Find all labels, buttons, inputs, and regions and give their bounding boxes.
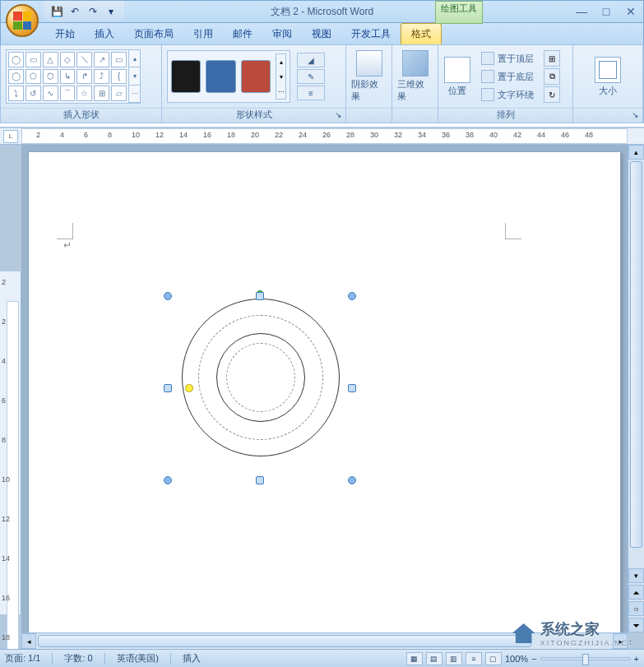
language-indicator[interactable]: 英语(美国) (117, 652, 159, 665)
style-swatch[interactable] (241, 60, 271, 93)
close-button[interactable]: ✕ (623, 5, 638, 18)
shape-dash-button[interactable]: ≡ (297, 86, 325, 100)
undo-button[interactable]: ↶ (67, 3, 83, 20)
send-to-back-button[interactable]: 置于底层 (481, 68, 534, 85)
page-indicator[interactable]: 页面: 1/1 (5, 652, 40, 665)
position-button[interactable]: 位置 (442, 49, 473, 104)
scroll-thumb[interactable] (38, 635, 531, 647)
minimize-button[interactable]: — (574, 5, 589, 18)
text-wrap-button[interactable]: 文字环绕 (481, 86, 534, 103)
resize-handle[interactable] (348, 384, 356, 392)
tab-mail[interactable]: 邮件 (223, 24, 262, 44)
group-button[interactable]: ⧉ (544, 68, 560, 85)
shape-item[interactable]: ⌒ (60, 86, 76, 101)
view-outline-button[interactable]: ≡ (466, 652, 482, 665)
scroll-more-icon[interactable]: ⋯ (129, 86, 140, 103)
maximize-button[interactable]: □ (599, 5, 614, 18)
word-count[interactable]: 字数: 0 (64, 652, 92, 665)
tab-start[interactable]: 开始 (45, 24, 85, 44)
tab-insert[interactable]: 插入 (85, 24, 124, 44)
shape-item[interactable]: ＼ (76, 52, 92, 67)
shadow-effects-button[interactable]: 阴影效果 (351, 49, 387, 104)
tab-format[interactable]: 格式 (401, 23, 442, 44)
shape-item[interactable]: ▭ (111, 52, 127, 67)
save-button[interactable]: 💾 (49, 3, 65, 20)
scroll-more-icon[interactable]: ⋯ (276, 84, 285, 99)
tab-review[interactable]: 审阅 (262, 24, 302, 44)
zoom-level[interactable]: 100% (505, 654, 528, 664)
view-print-layout-button[interactable]: ▦ (406, 652, 423, 665)
size-button[interactable]: 大小 (591, 49, 624, 104)
tab-view[interactable]: 视图 (302, 24, 341, 44)
insert-mode[interactable]: 插入 (183, 652, 201, 665)
view-web-button[interactable]: ▥ (446, 652, 462, 665)
bring-to-front-button[interactable]: 置于顶层 (481, 50, 534, 67)
shape-item[interactable]: { (111, 69, 127, 85)
shape-item[interactable]: ☆ (76, 86, 92, 101)
shape-item[interactable]: ◯ (8, 69, 24, 85)
shape-outline-button[interactable]: ✎ (297, 69, 325, 84)
tab-ref[interactable]: 引用 (183, 24, 223, 44)
shape-item[interactable]: △ (43, 52, 58, 67)
scroll-thumb[interactable] (630, 161, 642, 548)
zoom-slider[interactable] (540, 657, 631, 660)
selected-shape[interactable] (169, 297, 351, 479)
view-draft-button[interactable]: ▢ (485, 652, 502, 665)
document-viewport[interactable]: ↵ (21, 145, 628, 632)
resize-handle[interactable] (256, 292, 264, 300)
align-button[interactable]: ⊞ (544, 50, 560, 67)
shape-item[interactable]: ∿ (43, 86, 58, 101)
shape-item[interactable]: ▭ (25, 52, 41, 67)
shape-item[interactable]: ↳ (60, 69, 76, 85)
resize-handle[interactable] (164, 476, 172, 484)
style-swatch[interactable] (171, 60, 201, 93)
resize-handle[interactable] (164, 384, 172, 392)
office-button[interactable] (6, 4, 39, 37)
scroll-down-icon[interactable]: ▾ (129, 67, 140, 85)
threed-effects-button[interactable]: 三维效果 (397, 49, 433, 104)
redo-button[interactable]: ↷ (85, 3, 101, 20)
zoom-slider-thumb[interactable] (582, 654, 589, 665)
shape-item[interactable]: ⬠ (25, 69, 41, 85)
dialog-launcher-icon[interactable]: ↘ (333, 110, 343, 120)
shape-item[interactable]: ↱ (76, 69, 92, 85)
browse-object-button[interactable]: ○ (628, 601, 644, 616)
tab-layout[interactable]: 页面布局 (124, 24, 183, 44)
scroll-up-button[interactable]: ▴ (628, 145, 644, 160)
scroll-down-button[interactable]: ▾ (628, 568, 644, 583)
tab-dev[interactable]: 开发工具 (341, 24, 401, 44)
resize-handle[interactable] (348, 292, 356, 300)
rotate-button[interactable]: ↻ (544, 86, 560, 103)
shape-item[interactable]: ◯ (8, 52, 24, 67)
zoom-in-button[interactable]: + (634, 654, 639, 664)
scroll-left-button[interactable]: ◂ (21, 633, 36, 649)
shape-item[interactable]: ⤴ (94, 69, 109, 85)
vertical-ruler[interactable]: 2246810121416182022 (0, 271, 21, 614)
style-gallery[interactable]: ▴ ▾ ⋯ (167, 50, 290, 103)
scroll-up-icon[interactable]: ▴ (276, 54, 285, 69)
resize-handle[interactable] (164, 292, 172, 300)
shape-item[interactable]: ⤵ (8, 86, 24, 101)
prev-page-button[interactable]: ⏶ (628, 585, 644, 600)
dialog-launcher-icon[interactable]: ↘ (630, 110, 640, 120)
resize-handle[interactable] (256, 476, 264, 484)
style-swatch[interactable] (206, 60, 235, 93)
qat-customize-button[interactable]: ▾ (103, 3, 119, 20)
shape-fill-button[interactable]: ◢ (297, 53, 325, 67)
horizontal-ruler[interactable]: L 24681012141618202224262830323436384042… (0, 128, 644, 145)
shape-item[interactable]: ◇ (60, 52, 76, 67)
scroll-up-icon[interactable]: ▴ (129, 50, 140, 67)
resize-handle[interactable] (348, 476, 356, 484)
scroll-down-icon[interactable]: ▾ (276, 69, 285, 84)
shape-item[interactable]: ⊞ (94, 86, 109, 101)
shape-item[interactable]: ↗ (94, 52, 109, 67)
shape-item[interactable]: ↺ (25, 86, 41, 101)
tab-selector[interactable]: L (3, 130, 18, 143)
vertical-scrollbar[interactable]: ▴ ▾ ⏶ ○ ⏷ (628, 145, 644, 632)
page[interactable]: ↵ (28, 151, 621, 632)
shape-item[interactable]: ▱ (111, 86, 127, 101)
shape-item[interactable]: ⬡ (43, 69, 58, 85)
shape-gallery[interactable]: ◯ ▭ △ ◇ ＼ ↗ ▭ ◯ ⬠ ⬡ ↳ ↱ ⤴ { ⤵ ↺ ∿ (6, 49, 141, 104)
view-full-screen-button[interactable]: ▤ (426, 652, 442, 665)
zoom-out-button[interactable]: − (531, 654, 536, 664)
